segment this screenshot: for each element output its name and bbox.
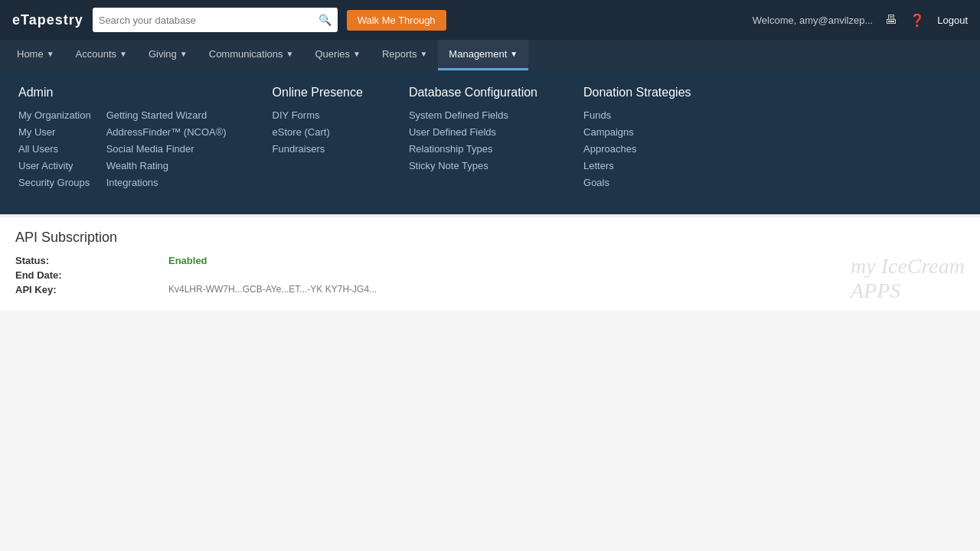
nav-communications-label: Communications xyxy=(209,48,283,60)
nav-queries[interactable]: Queries ▼ xyxy=(304,40,371,70)
nav-home-caret: ▼ xyxy=(47,50,54,58)
nav-accounts-label: Accounts xyxy=(76,48,116,60)
menu-security-groups[interactable]: Security Groups xyxy=(18,177,90,188)
dropdown-admin-col2: Getting Started Wizard AddressFinder™ (N… xyxy=(106,109,227,193)
help-icon[interactable]: ❓ xyxy=(910,13,925,28)
dropdown-online-title: Online Presence xyxy=(273,86,363,99)
api-status-row: Status: Enabled xyxy=(15,255,965,266)
nav-accounts[interactable]: Accounts ▼ xyxy=(65,40,138,70)
menu-all-users[interactable]: All Users xyxy=(18,143,58,155)
api-section: API Subscription Status: Enabled End Dat… xyxy=(0,211,980,311)
search-wrapper: 🔍 xyxy=(93,8,338,32)
menu-goals[interactable]: Goals xyxy=(583,177,609,188)
menu-integrations[interactable]: Integrations xyxy=(106,177,158,188)
menu-getting-started[interactable]: Getting Started Wizard xyxy=(106,109,207,121)
dropdown-online-col1: DIY Forms eStore (Cart) Fundraisers xyxy=(273,109,363,155)
nav-giving-caret: ▼ xyxy=(180,50,188,58)
menu-addressfinder[interactable]: AddressFinder™ (NCOA®) xyxy=(106,126,227,138)
menu-user-fields[interactable]: User Defined Fields xyxy=(409,126,496,138)
dropdown-section-donation: Donation Strategies Funds Campaigns Appr… xyxy=(583,86,691,193)
menu-wealth-rating[interactable]: Wealth Rating xyxy=(106,160,168,171)
nav-communications[interactable]: Communications ▼ xyxy=(198,40,305,70)
menu-campaigns[interactable]: Campaigns xyxy=(583,126,634,138)
nav-management-label: Management xyxy=(449,48,507,60)
menu-funds[interactable]: Funds xyxy=(583,109,611,121)
menu-social-media[interactable]: Social Media Finder xyxy=(106,143,194,155)
nav-reports-label: Reports xyxy=(382,48,417,60)
nav-queries-caret: ▼ xyxy=(353,50,361,58)
walk-me-through-button[interactable]: Walk Me Through xyxy=(347,10,446,31)
api-key-value: Kv4LHR-WW7H...GCB-AYe...ET...-YK KY7H-JG… xyxy=(168,284,377,295)
nav-home[interactable]: Home ▼ xyxy=(6,40,65,70)
menu-my-user[interactable]: My User xyxy=(18,126,55,138)
api-end-date-label: End Date: xyxy=(15,269,168,281)
nav-management-caret: ▼ xyxy=(510,50,518,58)
nav-home-label: Home xyxy=(17,48,44,60)
nav-giving[interactable]: Giving ▼ xyxy=(138,40,198,70)
api-end-date-row: End Date: xyxy=(15,269,965,281)
api-status-label: Status: xyxy=(15,255,168,266)
dropdown-donation-title: Donation Strategies xyxy=(583,86,691,99)
api-key-row: API Key: Kv4LHR-WW7H...GCB-AYe...ET...-Y… xyxy=(15,284,965,295)
search-input[interactable] xyxy=(99,15,318,26)
menu-relationship-types[interactable]: Relationship Types xyxy=(409,143,493,155)
api-subscription-title: API Subscription xyxy=(15,230,965,246)
nav-reports[interactable]: Reports ▼ xyxy=(371,40,438,70)
logout-button[interactable]: Logout xyxy=(937,15,968,26)
api-key-label: API Key: xyxy=(15,284,168,295)
menu-sticky-note-types[interactable]: Sticky Note Types xyxy=(409,160,488,171)
app-logo[interactable]: eTapestry xyxy=(12,12,83,28)
nav-queries-label: Queries xyxy=(315,48,350,60)
watermark: my IceCreamAPPS xyxy=(851,254,965,303)
management-dropdown: Admin My Organization My User All Users … xyxy=(0,70,980,214)
nav-reports-caret: ▼ xyxy=(420,50,427,58)
dropdown-section-admin: Admin My Organization My User All Users … xyxy=(18,86,227,193)
dropdown-db-title: Database Configuration xyxy=(409,86,537,99)
menu-system-fields[interactable]: System Defined Fields xyxy=(409,109,508,121)
dropdown-donation-col1: Funds Campaigns Approaches Letters Goals xyxy=(583,109,691,188)
welcome-text: Welcome, amy@anvilzep... xyxy=(753,15,873,26)
menu-fundraisers[interactable]: Fundraisers xyxy=(273,143,325,155)
menu-approaches[interactable]: Approaches xyxy=(583,143,636,155)
menu-my-organization[interactable]: My Organization xyxy=(18,109,91,121)
search-icon: 🔍 xyxy=(318,14,332,26)
dropdown-admin-cols: My Organization My User All Users User A… xyxy=(18,109,227,193)
topbar-right: Welcome, amy@anvilzep... 🖶 ❓ Logout xyxy=(753,13,968,28)
menu-letters[interactable]: Letters xyxy=(583,160,614,171)
menu-diy-forms[interactable]: DIY Forms xyxy=(273,109,320,121)
navbar: Home ▼ Accounts ▼ Giving ▼ Communication… xyxy=(0,40,980,70)
dropdown-section-db: Database Configuration System Defined Fi… xyxy=(409,86,537,193)
api-status-value: Enabled xyxy=(168,255,207,266)
nav-management[interactable]: Management ▼ xyxy=(438,40,528,70)
dropdown-section-online: Online Presence DIY Forms eStore (Cart) … xyxy=(273,86,363,193)
nav-accounts-caret: ▼ xyxy=(119,50,127,58)
nav-communications-caret: ▼ xyxy=(286,50,294,58)
print-icon[interactable]: 🖶 xyxy=(885,13,897,27)
menu-user-activity[interactable]: User Activity xyxy=(18,160,74,171)
nav-giving-label: Giving xyxy=(149,48,177,60)
dropdown-admin-col1: My Organization My User All Users User A… xyxy=(18,109,91,193)
dropdown-db-col1: System Defined Fields User Defined Field… xyxy=(409,109,537,171)
menu-estore[interactable]: eStore (Cart) xyxy=(273,126,330,138)
dropdown-admin-title: Admin xyxy=(18,86,227,99)
